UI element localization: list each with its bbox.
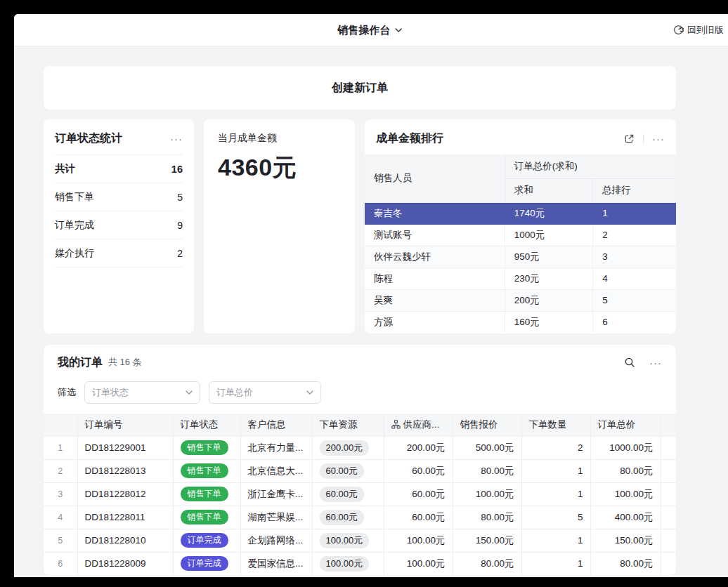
filler-cell [661,482,676,506]
row-number-cell: 4 [44,506,77,529]
order-row[interactable]: 2 DD181228013 销售下单 北京信息大... 60.00元 60.00… [44,459,676,482]
card-title: 订单状态统计 [55,131,122,146]
col-header-salesperson: 销售人员 [365,154,505,202]
quote-cell: 80.00元 [453,552,521,575]
col-header-supplier: 供应商... [384,414,453,436]
more-icon[interactable]: ··· [649,357,662,368]
card-title: 我的订单 [58,355,103,370]
ranking-row[interactable]: 吴爽 200元 5 [365,289,676,311]
more-icon[interactable]: ··· [652,133,665,144]
resource-pill: 60.00元 [320,487,365,502]
ranking-row[interactable]: 秦吉冬 1740元 1 [365,202,676,224]
back-to-old-version-link[interactable]: 回到旧版 [673,24,728,37]
quote-cell: 150.00元 [453,529,521,552]
card-title: 成单金额排行 [376,131,443,146]
top-bar: 销售操作台 回到旧版 [14,14,728,46]
rank-cell: 6 [593,311,676,333]
salesperson-cell: 秦吉冬 [365,202,505,224]
resource-cell: 200.00元 [312,436,384,459]
status-label: 媒介执行 [55,247,94,260]
rank-cell: 4 [593,268,676,289]
page-title: 销售操作台 [337,24,390,37]
supplier-cell: 100.00元 [384,552,453,575]
orders-count: 共 16 条 [108,356,142,369]
order-status-stats-card: 订单状态统计 ··· 共计 16 销售下单 5 订单完成 9 媒介执行 2 [44,119,194,334]
status-row-complete[interactable]: 订单完成 9 [55,211,183,239]
ranking-row[interactable]: 陈程 230元 4 [365,268,676,289]
col-header-filler [661,414,676,436]
revert-icon [673,25,684,35]
order-row[interactable]: 4 DD181228011 销售下单 湖南芒果娱... 60.00元 60.00… [44,506,676,529]
quantity-cell: 5 [521,506,590,529]
order-row[interactable]: 5 DD181228010 订单完成 企划路网络... 100.00元 100.… [44,529,676,552]
row-number-cell: 1 [44,436,77,459]
quantity-cell: 1 [521,552,590,575]
customer-cell: 企划路网络... [240,529,312,552]
status-badge: 销售下单 [181,510,228,525]
order-no-cell: DD181228010 [77,529,173,552]
supplier-cell: 200.00元 [384,436,453,459]
col-header-sum: 求和 [505,178,592,202]
quote-cell: 80.00元 [453,459,521,482]
status-row-total[interactable]: 共计 16 [55,155,183,183]
quote-cell: 500.00元 [453,436,521,459]
status-label: 销售下单 [55,191,94,204]
order-status-cell: 销售下单 [173,436,240,459]
col-header-order-no: 订单编号 [77,414,173,436]
col-header-order-status: 订单状态 [173,414,240,436]
filler-cell [661,552,676,575]
more-icon[interactable]: ··· [170,133,183,144]
order-no-cell: DD181228009 [77,552,173,575]
order-row[interactable]: 3 DD181228012 销售下单 浙江金鹰卡... 60.00元 60.00… [44,482,676,506]
rank-cell: 1 [593,202,676,224]
orders-table: 订单编号 订单状态 客户信息 下单资源 [44,414,676,575]
chevron-down-icon [186,390,193,395]
order-row[interactable]: 6 DD181228009 订单完成 爱国家信息... 100.00元 100.… [44,552,676,575]
order-row[interactable]: 1 DD181229001 销售下单 北京有力量... 200.00元 200.… [44,436,676,459]
resource-pill: 60.00元 [320,510,365,525]
resource-cell: 100.00元 [312,552,384,575]
status-row-media[interactable]: 媒介执行 2 [55,239,183,268]
col-header-quote: 销售报价 [453,414,521,436]
quantity-cell: 1 [521,529,590,552]
resource-pill: 100.00元 [320,556,370,572]
sum-cell: 230元 [505,268,592,289]
total-cell: 1000.00元 [590,436,661,459]
col-header-rank: 总排行 [593,178,676,202]
quote-cell: 80.00元 [453,506,521,529]
resource-cell: 100.00元 [312,529,384,552]
status-badge: 订单完成 [181,556,228,571]
supplier-cell: 100.00元 [384,529,453,552]
order-total-filter-select[interactable]: 订单总价 [209,381,321,404]
ranking-row[interactable]: 测试账号 1000元 2 [365,224,676,246]
status-badge: 销售下单 [181,487,228,501]
row-number-cell: 5 [44,529,77,552]
status-label: 订单完成 [55,219,94,232]
row-number-cell: 6 [44,552,77,575]
export-icon[interactable] [624,133,635,144]
filler-cell [661,506,676,529]
col-header-resource: 下单资源 [312,414,384,436]
status-value: 9 [177,220,183,231]
filter-label: 筛选 [58,386,76,399]
quantity-cell: 1 [521,459,590,482]
app-title-dropdown[interactable]: 销售操作台 [337,14,402,46]
order-status-cell: 订单完成 [173,529,240,552]
ranking-table: 销售人员 订单总价(求和) 求和 总排行 秦吉冬 1740元 1 [365,154,676,333]
create-order-button[interactable]: 创建新订单 [44,66,676,110]
rank-cell: 5 [593,289,676,311]
ranking-row[interactable]: 伙伴云魏少轩 950元 3 [365,246,676,268]
back-label: 回到旧版 [687,24,724,37]
order-status-filter-select[interactable]: 订单状态 [84,381,200,404]
status-value: 16 [171,164,183,175]
ranking-row[interactable]: 方源 160元 6 [365,311,676,333]
resource-pill: 200.00元 [320,440,370,456]
salesperson-cell: 方源 [365,311,505,333]
row-number-cell: 3 [44,482,77,506]
sum-cell: 160元 [505,311,592,333]
search-icon[interactable] [624,357,635,368]
my-orders-card: 我的订单 共 16 条 ··· 筛选 订单状态 [44,345,676,575]
col-header-total: 订单总价 [590,414,661,436]
status-row-sales[interactable]: 销售下单 5 [55,183,183,211]
content-area: 创建新订单 订单状态统计 ··· 共计 16 销售下单 5 订单完成 [14,46,728,575]
